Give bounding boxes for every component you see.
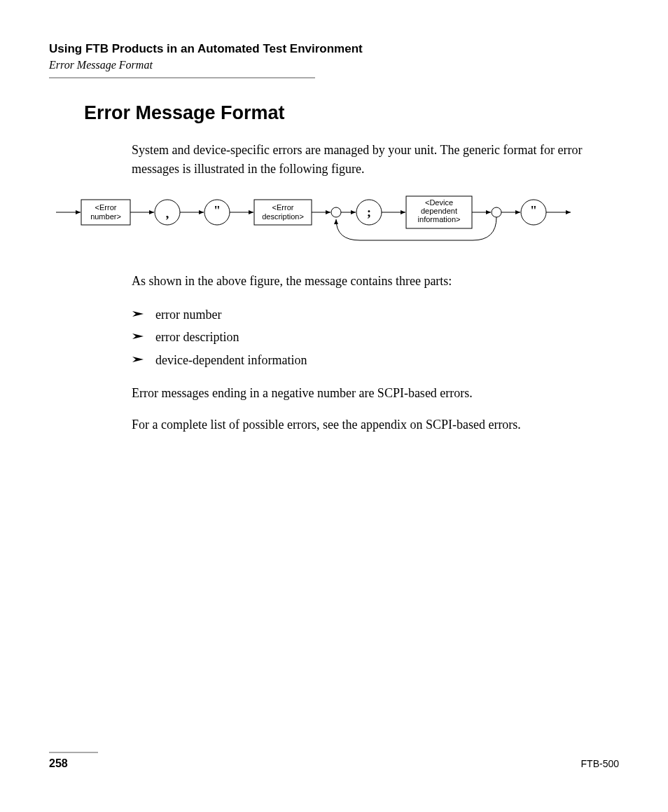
svg-text:description>: description> <box>262 212 304 221</box>
list-item: error number <box>132 303 598 326</box>
chapter-title: Using FTB Products in an Automated Test … <box>49 42 619 56</box>
parts-list: error number error description device-de… <box>132 303 598 371</box>
svg-text:number>: number> <box>90 212 121 221</box>
svg-text:dependent: dependent <box>421 207 457 215</box>
svg-text:<Device: <Device <box>425 198 453 207</box>
svg-text:information>: information> <box>418 215 461 223</box>
quote2-symbol: " <box>530 204 537 218</box>
svg-point-13 <box>331 207 341 217</box>
syntax-diagram: <Error number> , " <Error description> ; <box>56 191 619 254</box>
list-item-text: device-dependent information <box>155 349 307 371</box>
svg-point-22 <box>492 207 501 217</box>
page: Using FTB Products in an Automated Test … <box>0 0 668 812</box>
comma-symbol: , <box>166 207 169 221</box>
section-title: Error Message Format <box>49 59 619 71</box>
main-heading: Error Message Format <box>84 102 619 124</box>
diagram-svg: <Error number> , " <Error description> ; <box>56 191 630 254</box>
bullet-arrow-icon <box>132 310 146 318</box>
page-number: 258 <box>49 757 68 770</box>
svg-text:<Error: <Error <box>272 203 294 212</box>
model-label: FTB-500 <box>581 758 619 769</box>
intro-paragraph: System and device-specific errors are ma… <box>132 141 598 179</box>
svg-text:<Error: <Error <box>95 203 117 212</box>
bullet-arrow-icon <box>132 355 146 364</box>
appendix-paragraph: For a complete list of possible errors, … <box>132 415 598 434</box>
quote1-symbol: " <box>214 204 221 218</box>
after-diagram-paragraph: As shown in the above figure, the messag… <box>132 272 598 291</box>
footer-rule <box>49 752 98 753</box>
list-item-text: error description <box>155 326 239 348</box>
bullet-arrow-icon <box>132 332 146 340</box>
list-item: device-dependent information <box>132 349 598 371</box>
list-item: error description <box>132 326 598 348</box>
semicolon-symbol: ; <box>367 205 371 219</box>
page-footer: 258 FTB-500 <box>49 752 619 770</box>
header-rule <box>49 77 315 78</box>
list-item-text: error number <box>155 303 221 326</box>
scpi-paragraph: Error messages ending in a negative numb… <box>132 384 598 403</box>
